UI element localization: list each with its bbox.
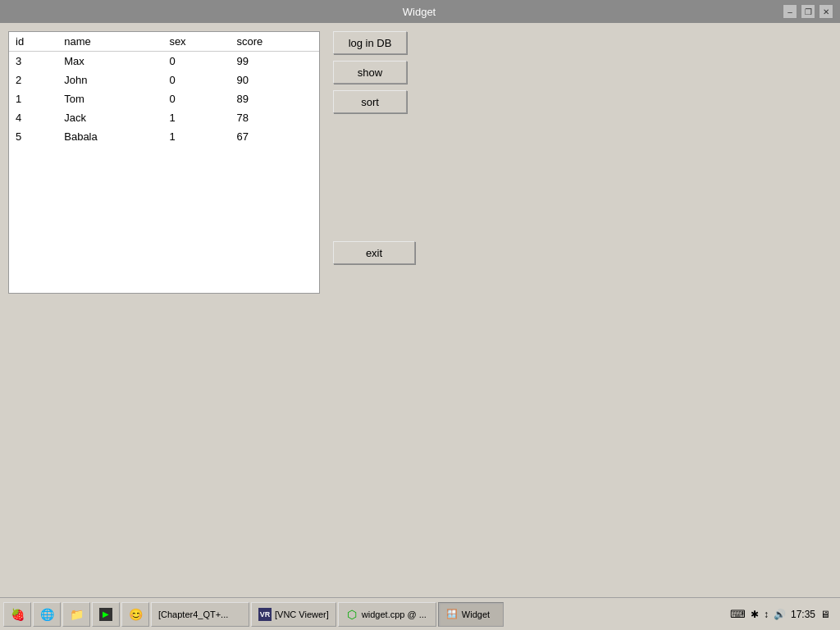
cell-score: 67 [231, 127, 319, 146]
cell-score: 99 [231, 52, 319, 71]
widget-icon: 🪟 [445, 608, 459, 621]
widget-taskbar-label: Widget [462, 609, 490, 619]
title-bar: Widget – ❐ ✕ [0, 0, 840, 23]
monitor-icon: 🖥 [820, 609, 830, 620]
log-in-db-button[interactable]: log in DB [333, 31, 407, 54]
terminal-icon: ▶ [99, 608, 112, 621]
table-row[interactable]: 2John090 [9, 71, 319, 89]
table-row[interactable]: 4Jack178 [9, 108, 319, 127]
taskbar-qt-chapter4[interactable]: [Chapter4_QT+... [151, 602, 249, 627]
col-score: score [231, 32, 319, 52]
widget-cpp-label: widget.cpp @ ... [362, 609, 427, 619]
cell-id: 4 [9, 108, 57, 127]
window-title: Widget [56, 6, 783, 18]
cell-id: 2 [9, 71, 57, 89]
sort-button[interactable]: sort [333, 90, 407, 113]
folder-icon: 📁 [70, 608, 83, 621]
col-name: name [57, 32, 162, 52]
cell-id: 3 [9, 52, 57, 71]
taskbar-files[interactable]: 📁 [62, 602, 90, 627]
taskbar-vnc-viewer[interactable]: VR [VNC Viewer] [251, 602, 336, 627]
taskbar-right: ⌨ ✱ ↕ 🔊 17:35 🖥 [730, 608, 837, 620]
cell-name: Babala [57, 127, 162, 146]
network-icon: ↕ [764, 609, 769, 620]
taskbar-widget-cpp[interactable]: ⬡ widget.cpp @ ... [338, 602, 436, 627]
cell-name: John [57, 71, 162, 89]
emoji-icon: 😊 [129, 608, 142, 621]
cell-score: 89 [231, 89, 319, 108]
cell-name: Tom [57, 89, 162, 108]
cell-sex: 0 [162, 71, 230, 89]
cell-name: Jack [57, 108, 162, 127]
taskbar-raspberry[interactable]: 🍓 [3, 602, 31, 627]
cell-score: 90 [231, 71, 319, 89]
keyboard-icon: ⌨ [730, 608, 746, 620]
bluetooth-icon: ✱ [751, 609, 759, 620]
vnc-label: [VNC Viewer] [275, 609, 329, 619]
cell-name: Max [57, 52, 162, 71]
restore-button[interactable]: ❐ [801, 4, 815, 19]
taskbar-browser[interactable]: 🌐 [33, 602, 61, 627]
volume-icon: 🔊 [774, 609, 786, 620]
data-table-container: id name sex score 3Max0992John0901Tom089… [8, 31, 320, 294]
spacer [333, 120, 415, 235]
right-panel: log in DB show sort exit [333, 31, 415, 589]
taskbar: 🍓 🌐 📁 ▶ 😊 [Chapter4_QT+... VR [VNC Viewe… [0, 597, 840, 630]
table-row[interactable]: 3Max099 [9, 52, 319, 71]
data-table: id name sex score 3Max0992John0901Tom089… [9, 32, 319, 146]
col-id: id [9, 32, 57, 52]
raspberry-icon: 🍓 [11, 608, 24, 621]
taskbar-widget[interactable]: 🪟 Widget [438, 602, 504, 627]
table-row[interactable]: 5Babala167 [9, 127, 319, 146]
cell-id: 5 [9, 127, 57, 146]
globe-icon: 🌐 [40, 608, 53, 621]
minimize-button[interactable]: – [783, 4, 797, 19]
exit-button[interactable]: exit [333, 241, 415, 264]
cell-sex: 0 [162, 52, 230, 71]
cell-sex: 0 [162, 89, 230, 108]
main-content: id name sex score 3Max0992John0901Tom089… [0, 23, 840, 597]
show-button[interactable]: show [333, 61, 407, 84]
cell-sex: 1 [162, 127, 230, 146]
col-sex: sex [162, 32, 230, 52]
table-row[interactable]: 1Tom089 [9, 89, 319, 108]
cell-sex: 1 [162, 108, 230, 127]
taskbar-emoji-app[interactable]: 😊 [121, 602, 149, 627]
close-button[interactable]: ✕ [819, 4, 833, 19]
qt-app-icon: ⬡ [345, 608, 358, 621]
taskbar-time: 17:35 [791, 609, 815, 620]
cell-score: 78 [231, 108, 319, 127]
taskbar-terminal[interactable]: ▶ [92, 602, 120, 627]
window-controls: – ❐ ✕ [783, 4, 833, 19]
vnc-icon: VR [258, 608, 272, 621]
cell-id: 1 [9, 89, 57, 108]
qt-chapter4-label: [Chapter4_QT+... [158, 609, 228, 619]
